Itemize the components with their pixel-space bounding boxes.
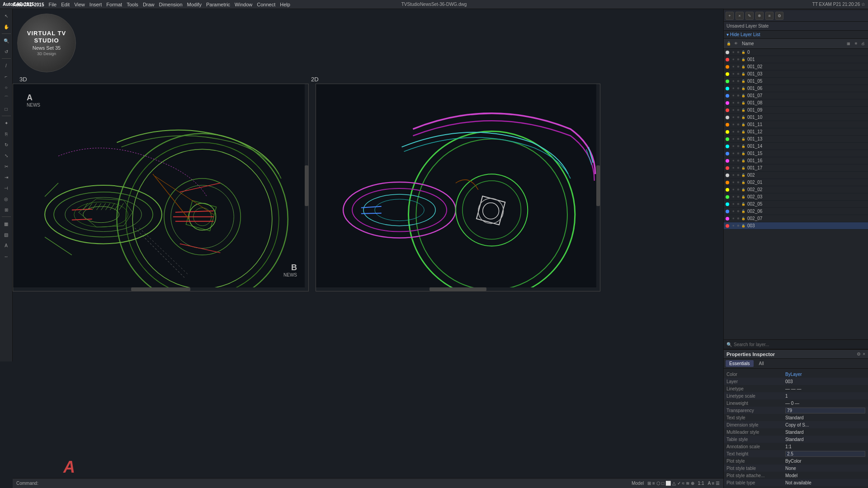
layer-freeze-icon[interactable]: ❄	[736, 86, 741, 91]
layer-row[interactable]: ☀ ❄ 🔓 002_07	[724, 215, 868, 222]
layer-state-btn[interactable]: ≡	[765, 12, 774, 20]
layer-lock-icon[interactable]: 🔓	[741, 144, 745, 149]
vp2d-scrollbar-v-thumb[interactable]	[596, 165, 600, 206]
menu-insert[interactable]: Insert	[90, 2, 102, 7]
vp3d-scrollbar-v[interactable]	[305, 84, 308, 287]
layer-freeze-icon[interactable]: ❄	[736, 216, 741, 221]
layer-freeze-icon[interactable]: ❄	[736, 195, 741, 199]
layer-lock-icon[interactable]: 🔓	[741, 101, 745, 105]
layer-row[interactable]: ☀ ❄ 🔓 003	[724, 222, 868, 230]
layer-lock-icon[interactable]: 🔓	[741, 122, 745, 127]
layer-visibility-icon[interactable]: ☀	[731, 115, 736, 120]
layer-visibility-icon[interactable]: ☀	[731, 159, 736, 163]
layer-visibility-icon[interactable]: ☀	[731, 65, 736, 69]
viewport-2d[interactable]	[316, 84, 600, 291]
prop-value[interactable]: 2.5	[785, 451, 865, 457]
layer-row[interactable]: ☀ ❄ 🔓 001_02	[724, 63, 868, 70]
layer-lock-icon[interactable]: 🔓	[741, 57, 745, 62]
layer-visibility-icon[interactable]: ☀	[731, 50, 736, 55]
layer-visibility-icon[interactable]: ☀	[731, 224, 736, 228]
layer-visibility-icon[interactable]: ☀	[731, 216, 736, 221]
layer-row[interactable]: ☀ ❄ 🔓 001	[724, 56, 868, 63]
layer-freeze-icon[interactable]: ❄	[736, 173, 741, 178]
menu-parametric[interactable]: Parametric	[206, 2, 230, 7]
tool-hatch[interactable]: ▦	[1, 219, 11, 229]
layer-freeze-icon[interactable]: ❄	[736, 188, 741, 192]
vp3d-scrollbar-v-thumb[interactable]	[305, 165, 308, 206]
tab-essentials[interactable]: Essentials	[726, 360, 754, 367]
layer-visibility-icon[interactable]: ☀	[731, 195, 736, 199]
tool-rotate[interactable]: ↻	[1, 140, 11, 150]
vp2d-scrollbar-h[interactable]	[316, 287, 600, 291]
layer-freeze-icon[interactable]: ❄	[736, 151, 741, 156]
layer-row[interactable]: ☀ ❄ 🔓 002_06	[724, 208, 868, 215]
tool-trim[interactable]: ✂	[1, 161, 11, 171]
layer-settings-btn[interactable]: ⚙	[775, 12, 783, 20]
layer-delete-btn[interactable]: ×	[736, 12, 744, 20]
layer-lock-icon[interactable]: 🔓	[741, 79, 745, 84]
layer-visibility-icon[interactable]: ☀	[731, 57, 736, 62]
menu-connect[interactable]: Connect	[257, 2, 275, 7]
vp3d-scrollbar-h[interactable]	[13, 287, 308, 291]
layer-freeze-icon[interactable]: ❄	[736, 115, 741, 120]
menu-format[interactable]: Format	[106, 2, 122, 7]
tool-line[interactable]: /	[1, 61, 11, 70]
layer-visibility-icon[interactable]: ☀	[731, 209, 736, 214]
layer-visibility-icon[interactable]: ☀	[731, 130, 736, 134]
layer-row[interactable]: ☀ ❄ 🔓 002_05	[724, 201, 868, 208]
layer-row[interactable]: ☀ ❄ 🔓 001_10	[724, 114, 868, 121]
layer-lock-icon[interactable]: 🔓	[741, 180, 745, 185]
layer-freeze-icon[interactable]: ❄	[736, 108, 741, 113]
layer-visibility-icon[interactable]: ☀	[731, 72, 736, 76]
tool-rect[interactable]: □	[1, 104, 11, 114]
menu-file[interactable]: File	[48, 2, 57, 7]
layer-row[interactable]: ☀ ❄ 🔓 001_15	[724, 150, 868, 157]
layer-lock-icon[interactable]: 🔓	[741, 72, 745, 76]
layer-row[interactable]: ☀ ❄ 🔓 002_02	[724, 186, 868, 193]
layer-visibility-icon[interactable]: ☀	[731, 173, 736, 178]
layer-lock-icon[interactable]: 🔓	[741, 166, 745, 170]
layer-freeze-icon[interactable]: ❄	[736, 180, 741, 185]
layer-lock-icon[interactable]: 🔓	[741, 209, 745, 214]
tool-move[interactable]: ✦	[1, 118, 11, 128]
layer-lock-icon[interactable]: 🔓	[741, 65, 745, 69]
layer-lock-icon[interactable]: 🔓	[741, 224, 745, 228]
layer-row[interactable]: ☀ ❄ 🔓 0	[724, 49, 868, 56]
layer-lock-icon[interactable]: 🔓	[741, 86, 745, 91]
layer-lock-icon[interactable]: 🔓	[741, 50, 745, 55]
layer-visibility-icon[interactable]: ☀	[731, 79, 736, 84]
layer-freeze-icon[interactable]: ❄	[736, 224, 741, 228]
menu-modify[interactable]: Modify	[187, 2, 202, 7]
layer-freeze-icon[interactable]: ❄	[736, 166, 741, 170]
tool-orbit[interactable]: ↺	[1, 47, 11, 56]
layer-row[interactable]: ☀ ❄ 🔓 001_06	[724, 85, 868, 92]
menu-edit[interactable]: Edit	[61, 2, 70, 7]
tab-all[interactable]: All	[755, 360, 768, 367]
layer-freeze-icon[interactable]: ❄	[736, 65, 741, 69]
layer-visibility-icon[interactable]: ☀	[731, 180, 736, 185]
layer-visibility-icon[interactable]: ☀	[731, 202, 736, 206]
tool-polyline[interactable]: ⌐	[1, 71, 11, 81]
layer-visibility-icon[interactable]: ☀	[731, 108, 736, 113]
model-label[interactable]: Model	[632, 481, 644, 486]
menu-draw[interactable]: Draw	[143, 2, 155, 7]
tool-zoom[interactable]: 🔍	[1, 36, 11, 46]
tool-array[interactable]: ⊞	[1, 205, 11, 215]
layer-lock-icon[interactable]: 🔓	[741, 195, 745, 199]
menu-window[interactable]: Window	[235, 2, 252, 7]
tool-dim[interactable]: ↔	[1, 251, 11, 261]
layer-freeze-icon[interactable]: ❄	[736, 130, 741, 134]
layer-freeze-icon[interactable]: ❄	[736, 202, 741, 206]
vp3d-scrollbar-h-thumb[interactable]	[131, 287, 190, 291]
tool-select[interactable]: ↖	[1, 11, 11, 21]
layer-row[interactable]: ☀ ❄ 🔓 001_05	[724, 78, 868, 85]
layer-freeze-icon[interactable]: ❄	[736, 79, 741, 84]
layer-visibility-icon[interactable]: ☀	[731, 94, 736, 98]
layer-row[interactable]: ☀ ❄ 🔓 001_07	[724, 92, 868, 99]
layer-freeze-icon[interactable]: ❄	[736, 94, 741, 98]
tool-circle[interactable]: ○	[1, 82, 11, 92]
layer-lock-icon[interactable]: 🔓	[741, 115, 745, 120]
layer-row[interactable]: ☀ ❄ 🔓 002_03	[724, 193, 868, 201]
layer-row[interactable]: ☀ ❄ 🔓 001_03	[724, 70, 868, 78]
menu-help[interactable]: Help	[280, 2, 290, 7]
